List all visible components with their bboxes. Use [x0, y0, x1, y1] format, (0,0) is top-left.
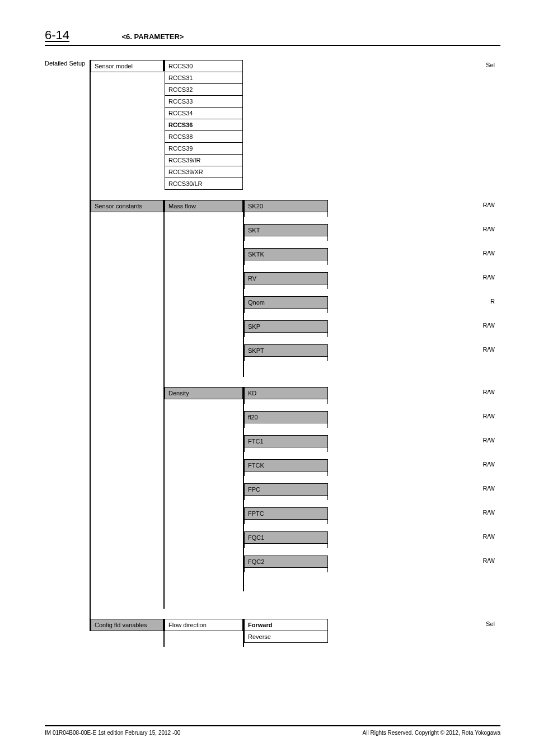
param-qnom: Qnom: [244, 296, 328, 309]
footer-left: IM 01R04B08-00E-E 1st edition February 1…: [45, 730, 180, 736]
option-forward: Forward: [245, 619, 327, 631]
access-sktk: R/W: [480, 248, 500, 256]
param-rv: RV: [244, 272, 328, 284]
param-ftck: FTCK: [244, 459, 328, 472]
sensor-constants-label: Sensor constants: [91, 200, 163, 212]
flow-direction-options: Forward Reverse: [244, 619, 328, 643]
page-header: 6-14 <6. PARAMETER>: [45, 28, 500, 46]
option-rccs38: RCCS38: [165, 130, 242, 142]
tree-root-label: Detailed Setup: [45, 60, 90, 67]
option-rccs39: RCCS39: [165, 142, 242, 154]
parameter-tree: Detailed Setup Sensor model RCCS30 RCCS3…: [45, 60, 500, 647]
option-rccs39xr: RCCS39/XR: [165, 166, 242, 178]
option-rccs39ir: RCCS39/IR: [165, 154, 242, 166]
access-ftc1: R/W: [480, 435, 500, 444]
option-rccs34: RCCS34: [165, 107, 242, 119]
access-skt: R/W: [480, 224, 500, 232]
option-reverse: Reverse: [245, 631, 327, 642]
access-qnom: R: [480, 296, 500, 305]
page-number: 6-14: [45, 28, 69, 43]
param-skp: SKP: [244, 320, 328, 333]
param-kd: KD: [244, 387, 328, 399]
param-sktk: SKTK: [244, 248, 328, 260]
footer-right: All Rights Reserved. Copyright © 2012, R…: [363, 730, 500, 736]
access-ftck: R/W: [480, 459, 500, 468]
access-fl20: R/W: [480, 411, 500, 419]
param-sk20: SK20: [244, 200, 328, 212]
access-fpc: R/W: [480, 483, 500, 492]
flow-direction-label: Flow direction: [165, 619, 243, 631]
option-rccs31: RCCS31: [165, 72, 242, 83]
access-fptc: R/W: [480, 507, 500, 516]
sensor-model-label: Sensor model: [91, 60, 163, 72]
param-skt: SKT: [244, 224, 328, 236]
access-fqc1: R/W: [480, 531, 500, 540]
flow-direction-access: Sel: [480, 619, 500, 627]
mass-flow-label: Mass flow: [165, 200, 243, 212]
config-fld-variables-label: Config fld variables: [91, 619, 163, 631]
access-kd: R/W: [480, 387, 500, 395]
option-rccs30lr: RCCS30/LR: [165, 178, 242, 189]
section-title: <6. PARAMETER>: [121, 32, 184, 41]
sensor-model-access: Sel: [480, 60, 500, 68]
param-fqc2: FQC2: [244, 556, 328, 568]
access-skpt: R/W: [480, 344, 500, 353]
option-rccs32: RCCS32: [165, 83, 242, 95]
param-fptc: FPTC: [244, 507, 328, 520]
option-rccs30: RCCS30: [165, 60, 242, 72]
param-ftc1: FTC1: [244, 435, 328, 447]
option-rccs33: RCCS33: [165, 95, 242, 107]
access-sk20: R/W: [480, 200, 500, 208]
page-footer: IM 01R04B08-00E-E 1st edition February 1…: [45, 725, 500, 736]
option-rccs36: RCCS36: [165, 119, 242, 130]
param-fpc: FPC: [244, 483, 328, 496]
access-skp: R/W: [480, 320, 500, 329]
param-skpt: SKPT: [244, 344, 328, 357]
param-fqc1: FQC1: [244, 531, 328, 544]
sensor-model-options: RCCS30 RCCS31 RCCS32 RCCS33 RCCS34 RCCS3…: [165, 60, 243, 190]
access-fqc2: R/W: [480, 556, 500, 564]
access-rv: R/W: [480, 272, 500, 281]
param-fl20: fl20: [244, 411, 328, 423]
density-label: Density: [165, 387, 243, 399]
